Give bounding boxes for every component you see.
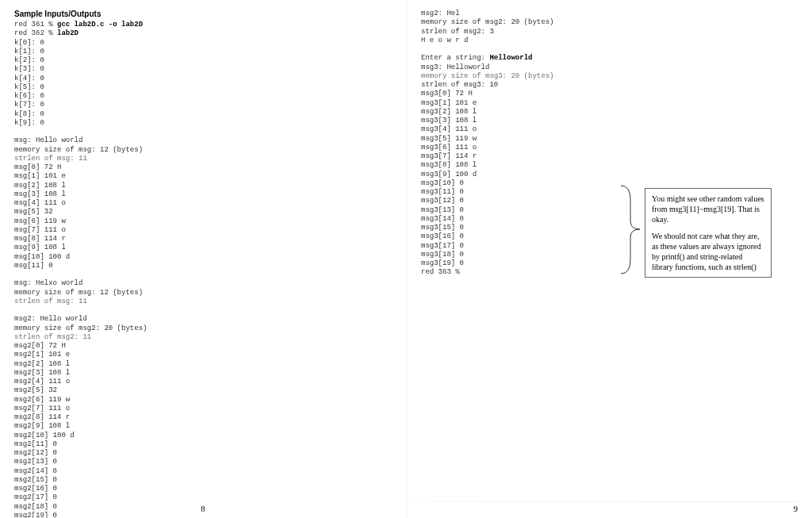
k-row: k[6]: 0 <box>14 92 392 101</box>
k-row: k[8]: 0 <box>14 110 392 119</box>
msg3-row: msg3[1] 101 e <box>421 99 798 108</box>
k-row: k[9]: 0 <box>14 119 392 128</box>
k-row: k[4]: 0 <box>14 75 392 83</box>
msg3-row: msg3[2] 108 l <box>421 108 798 117</box>
msg2-tail-row: msg2: Hel <box>421 10 798 18</box>
enter-value: Helloworld <box>489 54 532 62</box>
msg-row: msg[5] 32 <box>14 208 392 217</box>
msg3-row: msg3[9] 100 d <box>421 171 798 179</box>
blank-line <box>14 271 392 279</box>
msg2-row: msg2[10] 100 d <box>14 432 392 440</box>
msg2-tail-row: memory size of msg2: 20 (bytes) <box>421 18 798 27</box>
k-row: k[2]: 0 <box>14 56 392 65</box>
msg-row: msg: Hello world <box>14 136 392 145</box>
msg2-row: msg2[4] 111 o <box>14 378 392 386</box>
msg2-row: memory size of msg2: 20 (bytes) <box>14 324 392 333</box>
msg2-row: msg2[14] 0 <box>14 467 392 476</box>
msg2-row: msg2[3] 108 l <box>14 369 392 378</box>
run-cmd: lab2D <box>57 29 79 37</box>
msg-row: msg[1] 101 e <box>14 172 392 181</box>
msg3-row: msg3[7] 114 r <box>421 152 798 161</box>
brace-icon <box>619 184 642 275</box>
msg-row: memory size of msg: 12 (bytes) <box>14 146 392 155</box>
page-number: 9 <box>794 504 799 513</box>
msg2-row: msg2: Hello world <box>14 315 392 324</box>
prompt: red 361 % <box>14 21 57 29</box>
msg3-row: msg3[10] 0 <box>421 179 798 188</box>
section-heading: Sample Inputs/Outputs <box>14 10 392 18</box>
enter-string-line: Enter a string: Helloworld <box>421 54 798 63</box>
msg3-row: msg3: Helloworld <box>421 63 798 72</box>
k-row: k[7]: 0 <box>14 101 392 109</box>
callout-text: We should not care what they are, as the… <box>652 231 764 272</box>
prompt: red 362 % <box>14 29 57 37</box>
k-row: k[1]: 0 <box>14 48 392 56</box>
blank-line <box>14 128 392 136</box>
msg-row: msg[3] 108 l <box>14 190 392 199</box>
msg3-row: msg3[5] 119 w <box>421 135 798 144</box>
torn-edge-decoration <box>407 501 798 502</box>
msg2-row: msg2[6] 119 w <box>14 396 392 405</box>
page-right: msg2: Hel memory size of msg2: 20 (bytes… <box>406 0 812 518</box>
msg2-row: msg2[16] 0 <box>14 485 392 493</box>
callout-text: You might see other random values from m… <box>652 194 764 224</box>
run-line: red 362 % lab2D <box>14 29 392 38</box>
msg2-row: msg2[5] 32 <box>14 386 392 395</box>
msg-row: msg[0] 72 H <box>14 163 392 172</box>
page-left: Sample Inputs/Outputs red 361 % gcc lab2… <box>0 0 406 518</box>
msg-row: msg[11] 0 <box>14 262 392 271</box>
msg2-tail-row: H e o w r d <box>421 36 798 45</box>
msg2-row: msg2[8] 114 r <box>14 413 392 422</box>
k-row: k[3]: 0 <box>14 65 392 74</box>
msg-helxo-row: strlen of msg: 11 <box>14 297 392 306</box>
msg2-row: msg2[0] 72 H <box>14 342 392 351</box>
msg-row: strlen of msg: 11 <box>14 155 392 163</box>
enter-prompt: Enter a string: <box>421 54 489 62</box>
msg2-row: msg2[1] 101 e <box>14 351 392 359</box>
page-number: 8 <box>201 504 205 513</box>
msg-row: msg[6] 119 w <box>14 217 392 226</box>
msg2-row: msg2[9] 108 l <box>14 422 392 431</box>
msg2-row: msg2[7] 111 o <box>14 405 392 413</box>
msg-row: msg[8] 114 r <box>14 235 392 244</box>
msg-row: msg[2] 108 l <box>14 182 392 190</box>
k-row: k[0]: 0 <box>14 39 392 48</box>
msg-row: msg[4] 111 o <box>14 199 392 208</box>
msg3-row: msg3[3] 108 l <box>421 117 798 125</box>
msg2-row: msg2[15] 0 <box>14 476 392 485</box>
msg2-row: msg2[17] 0 <box>14 493 392 502</box>
msg2-row: msg2[11] 0 <box>14 440 392 449</box>
msg3-row: msg3[0] 72 H <box>421 90 798 98</box>
msg2-row: msg2[12] 0 <box>14 449 392 458</box>
blank-line <box>421 45 798 54</box>
msg2-row: msg2[13] 0 <box>14 458 392 466</box>
msg3-row: msg3[6] 111 o <box>421 144 798 152</box>
compile-cmd: gcc lab2D.c -o lab2D <box>57 21 143 29</box>
msg3-row: msg3[4] 111 o <box>421 125 798 134</box>
msg-row: msg[7] 111 o <box>14 226 392 235</box>
compile-line: red 361 % gcc lab2D.c -o lab2D <box>14 21 392 29</box>
msg-row: msg[10] 100 d <box>14 253 392 262</box>
msg3-row: memory size of msg3: 20 (bytes) <box>421 72 798 81</box>
msg2-tail-row: strlen of msg2: 3 <box>421 28 798 36</box>
k-row: k[5]: 0 <box>14 83 392 92</box>
callout-box: You might see other random values from m… <box>645 188 772 278</box>
msg2-row: msg2[2] 108 l <box>14 360 392 369</box>
msg2-row: strlen of msg2: 11 <box>14 333 392 342</box>
msg3-row: strlen of msg3: 10 <box>421 81 798 90</box>
blank-line <box>14 306 392 315</box>
msg-helxo-row: memory size of msg: 12 (bytes) <box>14 289 392 297</box>
msg3-row: msg3[8] 108 l <box>421 161 798 170</box>
msg-helxo-row: msg: Helxo world <box>14 279 392 288</box>
msg-row: msg[9] 108 l <box>14 244 392 252</box>
